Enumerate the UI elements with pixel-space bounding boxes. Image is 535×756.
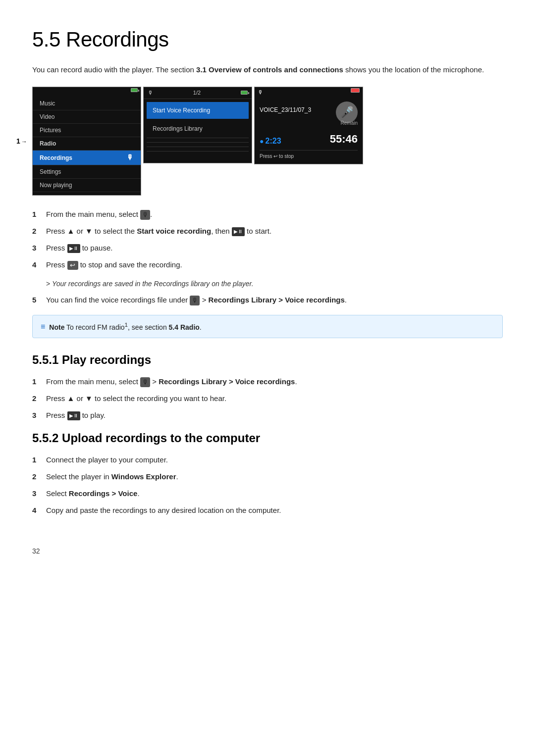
551-step-2-num: 2 <box>32 393 46 404</box>
press-stop-label: Press ↩ to stop <box>260 150 358 160</box>
battery-icon-screen1 <box>131 88 138 92</box>
menu-item-settings: Settings <box>33 165 141 179</box>
time-elapsed: ● 2:23 <box>260 135 281 147</box>
551-step-3-content: Press ▶⏸ to play. <box>46 409 503 421</box>
triangle-down: ▼ <box>85 227 93 235</box>
552-step-1-num: 1 <box>32 454 46 466</box>
play-pause-icon-step2: ▶⏸ <box>232 227 245 236</box>
screen3: 🎙 VOICE_23/11/07_3 🎤 Remain ● 2:23 55:46… <box>254 87 363 164</box>
remain-block: 55:46 <box>330 131 358 147</box>
screen2-recordings-library: Recordings Library <box>147 122 249 136</box>
552-step-3-num: 3 <box>32 488 46 500</box>
stop-icon-step4: ↩ <box>67 261 78 270</box>
dot-indicator: ● <box>260 137 264 145</box>
mic-icon-screen1: 🎙 <box>127 152 134 163</box>
triangle-up-551: ▲ <box>67 394 75 403</box>
step-2-num: 2 <box>32 225 46 237</box>
step-1-num: 1 <box>32 208 46 220</box>
screen3-time-row: ● 2:23 55:46 <box>260 131 358 147</box>
552-step-3-bold: Recordings > Voice <box>69 489 138 498</box>
551-step-1-num: 1 <box>32 376 46 388</box>
triangle-down-551: ▼ <box>85 394 93 403</box>
step-2-content: Press ▲ or ▼ to select the Start voice r… <box>46 225 503 237</box>
menu-item-pictures: Pictures <box>33 124 141 137</box>
note-text: Note To record FM radio1, see section 5.… <box>49 320 201 333</box>
page-title: 5.5 Recordings <box>32 24 503 55</box>
screen2: 🎙 1/2 Start Voice Recording Recordings L… <box>143 87 252 163</box>
note-word: Note <box>49 323 64 331</box>
552-step-2-content: Select the player in Windows Explorer. <box>46 471 503 483</box>
551-step-3-num: 3 <box>32 409 46 421</box>
552-step-4-content: Copy and paste the recordings to any des… <box>46 504 503 516</box>
menu-item-music: Music <box>33 97 141 110</box>
552-step-3-content: Select Recordings > Voice. <box>46 488 503 500</box>
step-5: 5 You can find the voice recordings file… <box>32 294 503 306</box>
step-1-content: From the main menu, select 🎙. <box>46 208 503 220</box>
menu-item-video: Video <box>33 110 141 124</box>
section-552-heading: 5.5.2 Upload recordings to the computer <box>32 429 503 447</box>
mic-icon-s3: 🎙 <box>258 88 263 97</box>
page-number: 32 <box>32 546 503 556</box>
552-step-1: 1 Connect the player to your computer. <box>32 454 503 466</box>
551-step-2: 2 Press ▲ or ▼ to select the recording y… <box>32 393 503 404</box>
screen1-inner: Music Video Pictures Radio Recordings 🎙 … <box>32 87 141 196</box>
note-icon: ≡ <box>41 321 45 333</box>
label-1-arrow: → <box>21 137 27 146</box>
step-1: 1 From the main menu, select 🎙. <box>32 208 503 220</box>
552-step-2-bold: Windows Explorer <box>111 472 176 481</box>
step-3: 3 Press ▶⏸ to pause. <box>32 242 503 254</box>
play-pause-551-3: ▶⏸ <box>67 411 80 420</box>
mic-icon-step5: 🎙 <box>190 296 200 305</box>
intro-text-after: shows you the location of the microphone… <box>343 65 484 74</box>
label-1-num: 1 <box>16 136 20 147</box>
label-1: 1 → <box>16 136 27 147</box>
intro-paragraph: You can record audio with the player. Th… <box>32 64 503 76</box>
note-body: To record FM radio1, see section 5.4 Rad… <box>66 323 202 331</box>
screen1-wrapper: Music Video Pictures Radio Recordings 🎙 … <box>32 87 141 196</box>
551-step-2-content: Press ▲ or ▼ to select the recording you… <box>46 393 503 404</box>
note-box: ≡ Note To record FM radio1, see section … <box>32 315 503 338</box>
screen2-start-recording: Start Voice Recording <box>147 102 249 119</box>
screen1-menu: Music Video Pictures Radio Recordings 🎙 … <box>33 94 141 195</box>
remain-label: Remain <box>260 119 358 127</box>
step-5-content: You can find the voice recordings file u… <box>46 294 503 306</box>
552-step-1-content: Connect the player to your computer. <box>46 454 503 466</box>
552-step-2-num: 2 <box>32 471 46 483</box>
remain-time: 55:46 <box>330 133 358 145</box>
intro-bold: 3.1 Overview of controls and connections <box>196 65 343 74</box>
step-4: 4 Press ↩ to stop and save the recording… <box>32 259 503 271</box>
552-step-3: 3 Select Recordings > Voice. <box>32 488 503 500</box>
552-step-2: 2 Select the player in Windows Explorer. <box>32 471 503 483</box>
section-552-steps: 1 Connect the player to your computer. 2… <box>32 454 503 516</box>
step-4-content: Press ↩ to stop and save the recording. <box>46 259 503 271</box>
551-step-1-content: From the main menu, select 🎙 > Recording… <box>46 376 503 388</box>
section-551-steps: 1 From the main menu, select 🎙 > Recordi… <box>32 376 503 421</box>
551-step-1-bold: Recordings Library > Voice recordings <box>159 377 295 386</box>
step-5-bold: Recordings Library > Voice recordings <box>209 296 345 304</box>
step-2: 2 Press ▲ or ▼ to select the Start voice… <box>32 225 503 237</box>
note-ref: 5.4 Radio <box>169 323 200 331</box>
551-step-3: 3 Press ▶⏸ to play. <box>32 409 503 421</box>
triangle-up: ▲ <box>67 227 75 235</box>
menu-item-recordings-label: Recordings <box>40 153 72 162</box>
screen1-header <box>33 87 141 93</box>
552-step-4-num: 4 <box>32 504 46 516</box>
menu-item-radio: Radio <box>33 137 141 151</box>
mic-icon-s2: 🎙 <box>148 89 153 97</box>
552-step-4: 4 Copy and paste the recordings to any d… <box>32 504 503 516</box>
screen3-header: 🎙 <box>255 87 363 98</box>
note-superscript: 1 <box>125 321 128 328</box>
step-5-num: 5 <box>32 294 46 306</box>
step-4-num: 4 <box>32 259 46 271</box>
indent-note: Your recordings are saved in the Recordi… <box>46 279 503 289</box>
step-3-num: 3 <box>32 242 46 254</box>
main-steps-list: 1 From the main menu, select 🎙. 2 Press … <box>32 208 503 271</box>
screen3-content: VOICE_23/11/07_3 🎤 Remain ● 2:23 55:46 P… <box>255 98 363 164</box>
screen2-page-indicator: 1/2 <box>193 89 201 97</box>
step-2-bold: Start voice recording <box>137 227 211 235</box>
screenshots-row: Music Video Pictures Radio Recordings 🎙 … <box>32 87 503 196</box>
voice-filename: VOICE_23/11/07_3 <box>260 105 311 114</box>
551-step-1: 1 From the main menu, select 🎙 > Recordi… <box>32 376 503 388</box>
step5-list: 5 You can find the voice recordings file… <box>32 294 503 306</box>
screen2-header: 🎙 1/2 <box>144 87 252 99</box>
